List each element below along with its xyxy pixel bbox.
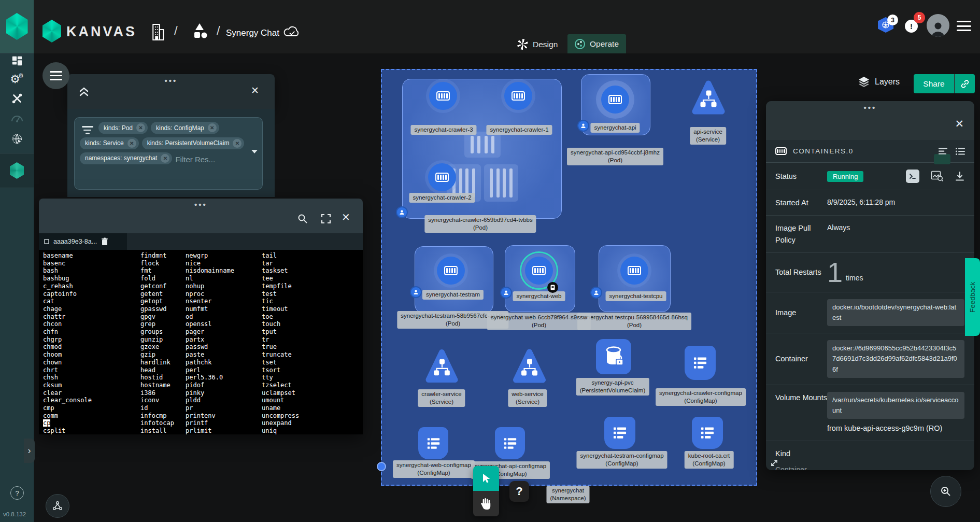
- filter-chip[interactable]: kinds: Service✕: [80, 137, 139, 149]
- volume-path-value[interactable]: /var/run/secrets/kubernetes.io/serviceac…: [827, 392, 964, 419]
- chip-remove-icon[interactable]: ✕: [127, 139, 136, 148]
- filter-chip[interactable]: kinds: Pod✕: [98, 122, 148, 134]
- image-label: Image: [775, 307, 827, 318]
- sidebar-item-dashboard[interactable]: [0, 52, 34, 70]
- details-panel-header[interactable]: ••• ✕: [766, 101, 974, 140]
- terminal-fullscreen-icon[interactable]: [320, 213, 332, 224]
- sidebar-item-performance[interactable]: [0, 109, 34, 128]
- sidebar-logo-cell[interactable]: [0, 0, 34, 53]
- kind-value: Container: [775, 464, 807, 470]
- sidebar-item-extensions[interactable]: [0, 130, 34, 148]
- terminal-body[interactable]: basenamebasencbashbashbugc_rehashcaptoin…: [39, 250, 363, 434]
- image-row: Image docker.io/bootdotdev/synergychat-w…: [766, 292, 974, 333]
- filter-panel-header[interactable]: ••• ✕: [67, 74, 275, 109]
- zoom-control-button[interactable]: [930, 476, 961, 507]
- configmap-node-kube-root-ca[interactable]: [692, 417, 723, 449]
- collapse-icon[interactable]: [79, 86, 89, 97]
- sidebar-expand-handle[interactable]: ›: [24, 439, 35, 463]
- drag-handle-icon[interactable]: •••: [864, 103, 877, 112]
- container-node-testcpu[interactable]: [620, 257, 648, 285]
- cloud-synced-icon[interactable]: [283, 25, 301, 39]
- container-node-crawler-3[interactable]: [429, 82, 457, 110]
- filter-close-icon[interactable]: ✕: [251, 84, 259, 96]
- pvc-label: synergy-api-pvc(PersistentVolumeClaim): [576, 378, 649, 396]
- pod-badge-icon[interactable]: [410, 286, 422, 298]
- pod-badge-icon[interactable]: [396, 206, 408, 218]
- trash-icon[interactable]: [101, 237, 108, 246]
- image-value[interactable]: docker.io/bootdotdev/synergychat-web:lat…: [827, 299, 964, 326]
- avatar[interactable]: [927, 14, 949, 37]
- image-inspect-icon[interactable]: [931, 171, 943, 182]
- total-restarts-label: Total Restarts: [775, 266, 827, 278]
- organization-icon[interactable]: [150, 22, 165, 43]
- hamburger-menu-icon[interactable]: [957, 21, 971, 31]
- designs-icon[interactable]: [191, 21, 208, 43]
- pvc-node-synergy-api-pvc[interactable]: [596, 339, 631, 374]
- layers-button[interactable]: Layers: [858, 76, 900, 88]
- sidebar-item-settings[interactable]: ⚙⚙: [0, 70, 34, 89]
- tab-operate[interactable]: Operate: [567, 34, 626, 53]
- open-terminal-icon[interactable]: [906, 170, 919, 183]
- terminal-close-icon[interactable]: ✕: [342, 211, 350, 223]
- terminal-tab[interactable]: aaaa39e3-8a...: [39, 233, 127, 250]
- terminal-header[interactable]: ••• ✕: [39, 199, 363, 233]
- resize-handle-icon[interactable]: [770, 459, 778, 467]
- container-node-testram[interactable]: [437, 257, 465, 285]
- sidebar-item-toolkit[interactable]: [0, 89, 34, 108]
- pointer-tool-selected[interactable]: [473, 466, 499, 491]
- edge-connector-dot[interactable]: [377, 462, 386, 471]
- service-node-crawler-service[interactable]: [425, 348, 458, 385]
- container-node-api[interactable]: [601, 86, 629, 114]
- pod-label-crawler: synergychat-crawler-659bd97cd4-tvbbs(Pod…: [424, 215, 536, 233]
- filter-menu-button[interactable]: [42, 62, 69, 89]
- feedback-tab[interactable]: Feedback: [965, 258, 980, 336]
- share-button[interactable]: Share: [914, 74, 954, 93]
- relationships-button[interactable]: [46, 494, 69, 518]
- configmap-node-api-configmap[interactable]: [495, 427, 525, 459]
- pod-badge-icon[interactable]: [577, 120, 589, 132]
- pan-hand-tool[interactable]: [473, 491, 499, 516]
- container-node-crawler-2[interactable]: [428, 163, 456, 191]
- container-id-value[interactable]: docker://6d96990655cc952b4423304f3c57d66…: [827, 340, 964, 377]
- operate-icon: [575, 39, 585, 49]
- breadcrumb-separator-2: /: [217, 23, 220, 38]
- breadcrumb-project[interactable]: Synergy Chat: [226, 28, 279, 38]
- drag-handle-icon[interactable]: •••: [165, 76, 178, 85]
- tab-design[interactable]: Design: [512, 35, 563, 53]
- list-view-icon[interactable]: [956, 148, 965, 155]
- container-node-crawler-1[interactable]: [504, 82, 532, 110]
- filter-placeholder[interactable]: Filter Res...: [175, 152, 215, 164]
- filter-chip[interactable]: namespaces: synergychat✕: [80, 152, 172, 164]
- chip-remove-icon[interactable]: ✕: [233, 139, 242, 148]
- chip-remove-icon[interactable]: ✕: [208, 123, 217, 132]
- download-logs-icon[interactable]: [955, 171, 965, 181]
- node-label: synergychat-testram: [422, 290, 484, 300]
- filter-input-box[interactable]: kinds: Pod✕ kinds: ConfigMap✕ kinds: Ser…: [74, 117, 263, 190]
- namespace-selection-region[interactable]: synergychat-crawler-3 synergychat-crawle…: [381, 69, 757, 486]
- configmap-node-crawler-configmap[interactable]: [685, 346, 716, 380]
- filter-expand-caret-icon[interactable]: [251, 150, 258, 153]
- help-button[interactable]: ?: [10, 486, 24, 500]
- filter-chip[interactable]: kinds: ConfigMap✕: [151, 122, 219, 134]
- chip-remove-icon[interactable]: ✕: [136, 123, 145, 132]
- sidebar-item-kanvas-active[interactable]: [0, 153, 34, 188]
- terminal-search-icon[interactable]: [297, 213, 308, 224]
- details-view-icon[interactable]: [939, 148, 947, 155]
- service-node-web-service[interactable]: [513, 348, 546, 385]
- service-node-api-service[interactable]: [692, 79, 725, 117]
- configmap-node-testram-configmap[interactable]: [604, 417, 635, 449]
- details-close-icon[interactable]: ✕: [955, 118, 964, 130]
- status-badge: Running: [827, 171, 863, 182]
- pod-badge-icon[interactable]: [590, 287, 602, 299]
- section-title: CONTAINERS.0: [793, 147, 854, 155]
- annotation-badge-icon[interactable]: [547, 282, 558, 293]
- configmap-node-web-configmap[interactable]: [418, 427, 448, 459]
- started-at-value: 8/9/2025, 6:11:28 pm: [827, 197, 895, 207]
- details-section-header: CONTAINERS.0: [766, 140, 974, 163]
- filter-chip[interactable]: kinds: PersistentVolumeClaim✕: [142, 137, 245, 149]
- copy-link-button[interactable]: [955, 74, 975, 93]
- chip-remove-icon[interactable]: ✕: [161, 154, 169, 163]
- help-tool-button[interactable]: ?: [509, 481, 529, 502]
- drag-handle-icon[interactable]: •••: [194, 200, 207, 209]
- pod-badge-icon[interactable]: [500, 287, 512, 299]
